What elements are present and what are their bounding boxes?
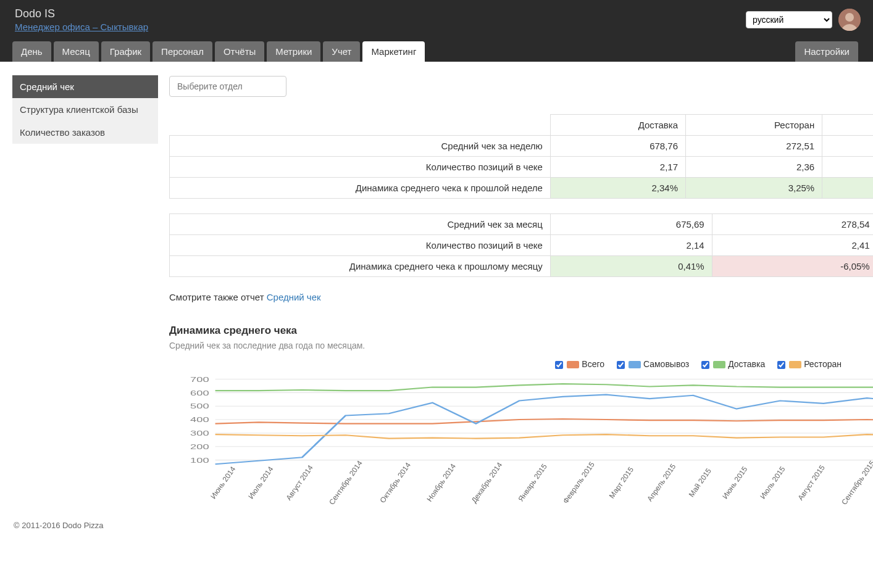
legend-item[interactable]: Ресторан — [777, 359, 842, 369]
col-header: Доставка — [550, 115, 685, 136]
tab-персонал[interactable]: Персонал — [152, 41, 212, 62]
svg-text:300: 300 — [190, 429, 209, 437]
tab-settings[interactable]: Настройки — [795, 41, 858, 62]
sidebar-item-2[interactable]: Количество заказов — [12, 121, 158, 144]
svg-text:600: 600 — [190, 389, 209, 397]
svg-text:400: 400 — [190, 416, 209, 424]
see-also-link[interactable]: Средний чек — [267, 292, 321, 302]
col-header: Самовывоз — [822, 115, 873, 136]
table-row: Средний чек за неделю678,76272,51557,053… — [170, 136, 874, 157]
app-title: Dodo IS — [15, 7, 746, 20]
table-row: Средний чек за месяц675,69278,54486,2740… — [170, 214, 874, 235]
tab-отчёты[interactable]: Отчёты — [215, 41, 264, 62]
chart-series-Доставка — [215, 380, 873, 391]
svg-point-1 — [845, 13, 854, 22]
sidebar-item-0[interactable]: Средний чек — [12, 75, 158, 98]
table-row: Количество позиций в чеке2,172,361,622,3… — [170, 157, 874, 178]
tab-учет[interactable]: Учет — [323, 41, 360, 62]
legend-checkbox[interactable] — [617, 361, 625, 369]
avg-check-chart: 100200300400500600700 — [174, 374, 873, 479]
tab-день[interactable]: День — [12, 41, 51, 62]
tab-маркетинг[interactable]: Маркетинг — [362, 41, 425, 62]
department-select[interactable] — [169, 76, 286, 97]
svg-text:200: 200 — [190, 442, 209, 450]
location-link[interactable]: Менеджер офиса – Сыктывкар — [15, 22, 148, 32]
sidebar-item-1[interactable]: Структура клиентской базы — [12, 98, 158, 121]
chart-title: Динамика среднего чека — [169, 325, 873, 337]
see-also: Смотрите также отчет Средний чек — [169, 292, 873, 302]
language-select[interactable]: русский — [746, 11, 832, 28]
svg-text:500: 500 — [190, 402, 209, 410]
legend-checkbox[interactable] — [701, 361, 709, 369]
chart-subtitle: Средний чек за последние два года по мес… — [169, 341, 873, 350]
col-header: Ресторан — [686, 115, 822, 136]
user-avatar[interactable] — [838, 9, 861, 31]
footer-copyright: © 2011-2016 Dodo Pizza — [0, 496, 873, 539]
chart-series-Ресторан — [215, 434, 873, 439]
legend-item[interactable]: Доставка — [701, 359, 765, 369]
table-row: Динамика среднего чека к прошлому месяцу… — [170, 256, 874, 277]
tab-месяц[interactable]: Месяц — [54, 41, 99, 62]
chart-series-Всего — [215, 417, 873, 424]
tab-метрики[interactable]: Метрики — [267, 41, 320, 62]
tab-график[interactable]: График — [101, 41, 150, 62]
legend-checkbox[interactable] — [555, 361, 563, 369]
svg-text:100: 100 — [190, 456, 209, 464]
table-row: Количество позиций в чеке2,142,411,842,3… — [170, 235, 874, 256]
legend-checkbox[interactable] — [777, 361, 785, 369]
svg-text:700: 700 — [190, 375, 209, 383]
table-row: Динамика среднего чека к прошлой неделе2… — [170, 178, 874, 199]
legend-item[interactable]: Самовывоз — [617, 359, 689, 369]
legend-item[interactable]: Всего — [555, 359, 604, 369]
